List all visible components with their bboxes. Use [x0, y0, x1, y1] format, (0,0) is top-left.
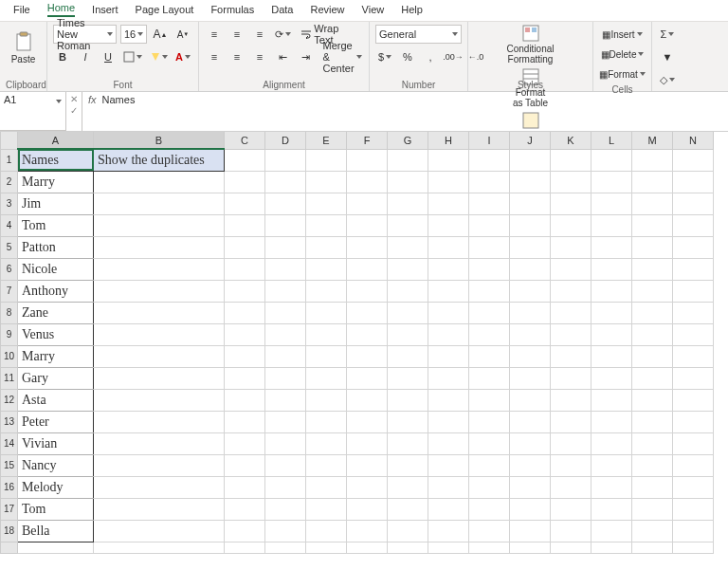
cell[interactable]	[388, 389, 428, 411]
cell[interactable]	[306, 236, 347, 258]
cell[interactable]	[94, 520, 225, 542]
cell[interactable]	[94, 323, 225, 345]
cell[interactable]	[225, 389, 265, 411]
cell[interactable]	[551, 193, 592, 214]
col-header-J[interactable]: J	[510, 132, 551, 149]
cell[interactable]	[592, 323, 632, 345]
col-header-E[interactable]: E	[306, 132, 347, 149]
font-name-select[interactable]: Times New Roman	[53, 25, 117, 44]
cell[interactable]	[265, 411, 306, 432]
cell[interactable]	[510, 258, 551, 280]
row-header[interactable]: 2	[1, 171, 18, 193]
cell[interactable]	[306, 171, 347, 193]
cell[interactable]	[265, 280, 306, 302]
cell[interactable]	[428, 236, 469, 258]
conditional-formatting-button[interactable]: Conditional Formatting	[510, 25, 552, 64]
cell[interactable]	[428, 193, 469, 214]
cell[interactable]	[510, 498, 551, 520]
cell[interactable]	[306, 280, 347, 302]
cell[interactable]	[551, 302, 592, 323]
row-header[interactable]: 6	[1, 258, 18, 280]
cell[interactable]	[265, 193, 306, 214]
cell[interactable]	[510, 476, 551, 498]
cell[interactable]: Marry	[18, 345, 94, 367]
row-header[interactable]: 18	[1, 520, 18, 542]
comma-icon[interactable]: ,	[421, 47, 440, 66]
cell[interactable]	[673, 498, 714, 520]
cell[interactable]	[265, 454, 306, 476]
cell[interactable]	[306, 476, 347, 498]
cell[interactable]	[225, 280, 265, 302]
cell[interactable]	[265, 258, 306, 280]
cell[interactable]	[388, 498, 428, 520]
cell[interactable]	[94, 214, 225, 236]
insert-cells-button[interactable]: ▦ Insert	[599, 25, 646, 44]
cell[interactable]	[225, 520, 265, 542]
cell[interactable]	[225, 432, 265, 454]
cell[interactable]	[388, 214, 428, 236]
cell[interactable]	[347, 432, 388, 454]
cell[interactable]	[592, 498, 632, 520]
cell[interactable]: Tom	[18, 214, 94, 236]
cell[interactable]	[673, 323, 714, 345]
cell[interactable]	[225, 367, 265, 389]
cell[interactable]: Venus	[18, 323, 94, 345]
cell[interactable]	[510, 323, 551, 345]
cell[interactable]	[306, 389, 347, 411]
cell[interactable]	[592, 302, 632, 323]
cell[interactable]	[388, 345, 428, 367]
menu-help[interactable]: Help	[401, 4, 423, 15]
cell[interactable]	[592, 542, 632, 553]
increase-decimal-icon[interactable]: .00→	[444, 47, 463, 66]
cell[interactable]	[225, 542, 265, 553]
cell[interactable]	[673, 345, 714, 367]
col-header-F[interactable]: F	[347, 132, 388, 149]
fill-color-button[interactable]	[148, 47, 171, 66]
cell[interactable]	[469, 193, 510, 214]
cell[interactable]	[428, 454, 469, 476]
cell[interactable]: Patton	[18, 236, 94, 258]
cell[interactable]	[592, 280, 632, 302]
cell[interactable]	[469, 520, 510, 542]
cell[interactable]	[632, 520, 673, 542]
cell[interactable]	[469, 214, 510, 236]
cell[interactable]	[388, 520, 428, 542]
cell[interactable]	[510, 193, 551, 214]
cell[interactable]	[265, 171, 306, 193]
menu-data[interactable]: Data	[271, 4, 293, 15]
cell[interactable]	[469, 454, 510, 476]
cell[interactable]	[306, 542, 347, 553]
cell[interactable]: Jim	[18, 193, 94, 214]
cell[interactable]	[551, 280, 592, 302]
percent-icon[interactable]: %	[398, 47, 417, 66]
cell[interactable]	[306, 193, 347, 214]
cell[interactable]	[551, 323, 592, 345]
delete-cells-button[interactable]: ▦ Delete	[599, 45, 646, 64]
cell[interactable]	[592, 411, 632, 432]
increase-font-icon[interactable]: A▲	[151, 25, 170, 44]
number-format-select[interactable]: General	[375, 25, 462, 44]
cell[interactable]	[225, 171, 265, 193]
cell[interactable]	[94, 236, 225, 258]
cell[interactable]	[265, 432, 306, 454]
cell[interactable]	[306, 302, 347, 323]
cell[interactable]	[94, 454, 225, 476]
cell[interactable]: Nicole	[18, 258, 94, 280]
cell[interactable]	[428, 280, 469, 302]
select-all-corner[interactable]	[1, 132, 18, 149]
cell[interactable]	[551, 367, 592, 389]
cell[interactable]	[428, 149, 469, 171]
cell[interactable]	[306, 432, 347, 454]
cell[interactable]	[592, 193, 632, 214]
cell[interactable]	[265, 302, 306, 323]
cell[interactable]	[94, 367, 225, 389]
cell[interactable]	[428, 367, 469, 389]
cell[interactable]	[469, 389, 510, 411]
cell[interactable]	[673, 367, 714, 389]
decrease-indent-icon[interactable]: ⇤	[273, 47, 292, 66]
cell[interactable]: Nancy	[18, 454, 94, 476]
cell[interactable]	[632, 411, 673, 432]
cell[interactable]	[551, 389, 592, 411]
cell[interactable]	[306, 520, 347, 542]
cell[interactable]: Peter	[18, 411, 94, 432]
